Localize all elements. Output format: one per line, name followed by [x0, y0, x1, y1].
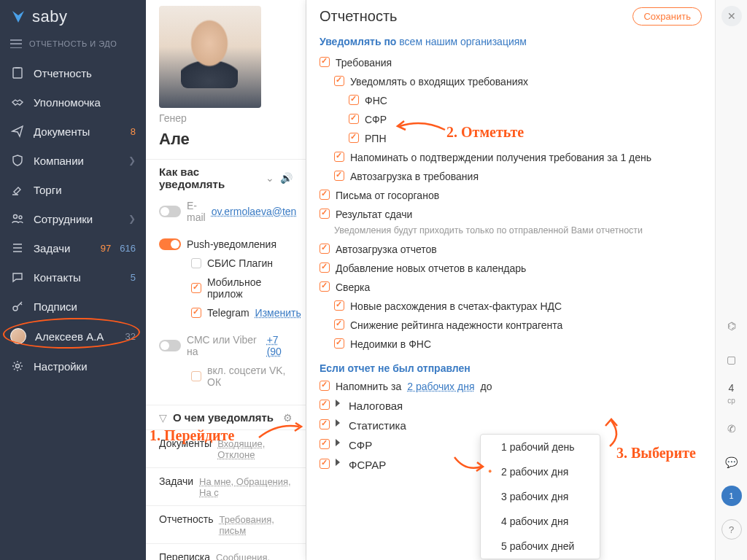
- days-dropdown[interactable]: 1 рабочий день 2 рабочих дня 3 рабочих д…: [480, 434, 600, 559]
- menu-icon[interactable]: [10, 39, 22, 48]
- expand-icon[interactable]: [336, 400, 340, 407]
- dropdown-option[interactable]: 5 рабочих дней: [481, 534, 600, 559]
- email-toggle-row[interactable]: E-mail ov.ermolaeva@ten: [146, 196, 306, 227]
- checkbox[interactable]: [320, 419, 330, 429]
- nav-user-profile[interactable]: Алексеев А.А 32: [0, 321, 146, 351]
- nav-tenders[interactable]: Торги: [0, 175, 146, 204]
- checkbox[interactable]: [191, 308, 201, 318]
- nav-authorization[interactable]: Уполномочка: [0, 88, 146, 117]
- checkbox[interactable]: [334, 338, 344, 349]
- checkbox[interactable]: [320, 400, 330, 410]
- sound-icon[interactable]: 🔊: [280, 172, 293, 184]
- calendar-widget[interactable]: 4ср: [727, 383, 735, 405]
- checkbox[interactable]: [334, 152, 344, 162]
- checkbox[interactable]: [191, 258, 201, 268]
- checkbox[interactable]: [320, 244, 330, 254]
- ck-rpn[interactable]: РПН: [306, 129, 715, 148]
- expand-icon[interactable]: [336, 439, 340, 446]
- sms-toggle-row[interactable]: СМС или Viber на +7 (90: [146, 322, 306, 361]
- nav-companies[interactable]: Компании ❯: [0, 146, 146, 175]
- category-row[interactable]: Документы Входящие, Отклоне: [146, 429, 306, 467]
- expand-icon[interactable]: [336, 459, 340, 466]
- dropdown-option[interactable]: 4 рабочих дня: [481, 509, 600, 534]
- ck-nds[interactable]: Новые расхождения в счетах-фактурах НДС: [306, 297, 715, 316]
- settings-icon[interactable]: ⚙: [283, 412, 293, 424]
- ck-incoming-req[interactable]: Уведомлять о входящих требованиях: [306, 72, 715, 91]
- checkbox[interactable]: [320, 439, 330, 449]
- email-link[interactable]: ov.ermolaeva@ten: [212, 206, 297, 217]
- category-row[interactable]: Отчетность Требования, письм: [146, 505, 306, 543]
- category-detail[interactable]: Сообщения, Каналы: [216, 552, 293, 560]
- category-row[interactable]: Переписка Сообщения, Каналы: [146, 543, 306, 560]
- checkbox[interactable]: [334, 171, 344, 181]
- org-scope-link[interactable]: всем нашим организациям: [399, 36, 527, 47]
- note-icon[interactable]: ▢: [721, 349, 742, 370]
- dropdown-option[interactable]: 1 рабочий день: [481, 435, 600, 459]
- org-tree-icon[interactable]: ⌬: [721, 316, 742, 336]
- checkbox[interactable]: [334, 300, 344, 311]
- push-toggle-row[interactable]: Push-уведомления: [146, 227, 306, 254]
- chat-icon[interactable]: 💬: [721, 452, 742, 472]
- checkbox[interactable]: [334, 76, 344, 86]
- nav-contacts[interactable]: Контакты 5: [0, 262, 146, 292]
- dropdown-option[interactable]: 3 рабочих дня: [481, 484, 600, 509]
- mobile-app-row[interactable]: Мобильное прилож: [146, 273, 306, 303]
- dropdown-option[interactable]: 2 рабочих дня: [481, 459, 600, 484]
- ck-rating[interactable]: Снижение рейтинга надежности контрагента: [306, 316, 715, 335]
- ck-fns[interactable]: ФНС: [306, 91, 715, 110]
- ck-reconcil[interactable]: Сверка: [306, 278, 715, 297]
- nav-reports[interactable]: Отчетность: [0, 58, 146, 88]
- sbis-plugin-row[interactable]: СБИС Плагин: [146, 254, 306, 273]
- ck-remind-in[interactable]: Напомнить за 2 рабочих дня до: [306, 377, 715, 396]
- ck-tax[interactable]: Налоговая: [306, 396, 715, 416]
- checkbox[interactable]: [320, 190, 330, 200]
- nav-signatures[interactable]: Подписи: [0, 292, 146, 321]
- nav-settings[interactable]: Настройки: [0, 351, 146, 381]
- ck-requirements[interactable]: Требования: [306, 53, 715, 72]
- checkbox[interactable]: [320, 262, 330, 273]
- ck-stat[interactable]: Статистика: [306, 416, 715, 435]
- help-icon[interactable]: ?: [721, 519, 742, 540]
- social-row[interactable]: вкл. соцсети VK, ОК: [146, 361, 306, 392]
- ck-autoload-rep[interactable]: Автозагрузка отчетов: [306, 240, 715, 259]
- save-button[interactable]: Сохранить: [632, 7, 702, 26]
- filter-icon[interactable]: ▽: [159, 412, 167, 424]
- toggle-sms[interactable]: [159, 340, 181, 351]
- cart-icon[interactable]: 1: [721, 486, 742, 506]
- checkbox[interactable]: [320, 209, 330, 219]
- ck-autoload-req[interactable]: Автозагрузка в требования: [306, 167, 715, 186]
- close-icon[interactable]: ✕: [721, 6, 742, 26]
- category-detail[interactable]: На мне, Обращения, На с: [199, 476, 293, 498]
- ck-letters[interactable]: Письма от госорганов: [306, 186, 715, 205]
- category-row[interactable]: Задачи На мне, Обращения, На с: [146, 467, 306, 505]
- sidebar-subtitle[interactable]: ОТЧЕТНОСТЬ И ЭДО: [0, 34, 146, 58]
- sms-phone[interactable]: +7 (90: [267, 334, 293, 357]
- checkbox[interactable]: [191, 283, 201, 293]
- checkbox[interactable]: [320, 459, 330, 469]
- ck-remind-confirm[interactable]: Напоминать о подтверждении получения тре…: [306, 148, 715, 167]
- chevron-down-icon[interactable]: ⌄: [266, 172, 274, 184]
- checkbox[interactable]: [191, 371, 201, 381]
- category-detail[interactable]: Требования, письм: [220, 514, 293, 536]
- toggle-email[interactable]: [159, 206, 181, 217]
- phone-icon[interactable]: ✆: [721, 419, 742, 439]
- ck-arrears[interactable]: Недоимки в ФНС: [306, 335, 715, 354]
- telegram-change[interactable]: Изменить: [255, 307, 301, 319]
- telegram-row[interactable]: Telegram Изменить: [146, 303, 306, 322]
- checkbox[interactable]: [320, 57, 330, 67]
- checkbox[interactable]: [349, 114, 359, 124]
- ck-add-calendar[interactable]: Добавление новых отчетов в календарь: [306, 259, 715, 278]
- remind-days-link[interactable]: 2 рабочих дня: [407, 381, 474, 392]
- nav-documents[interactable]: Документы 8: [0, 117, 146, 146]
- ck-sfr[interactable]: СФР: [306, 110, 715, 129]
- checkbox[interactable]: [349, 95, 359, 105]
- category-detail[interactable]: Входящие, Отклоне: [217, 438, 293, 460]
- checkbox[interactable]: [320, 381, 330, 391]
- checkbox[interactable]: [349, 133, 359, 143]
- nav-tasks[interactable]: Задачи 97 616: [0, 233, 146, 262]
- profile-photo[interactable]: [159, 6, 261, 108]
- checkbox[interactable]: [320, 281, 330, 292]
- nav-employees[interactable]: Сотрудники ❯: [0, 204, 146, 233]
- checkbox[interactable]: [334, 319, 344, 330]
- toggle-push[interactable]: [159, 238, 181, 250]
